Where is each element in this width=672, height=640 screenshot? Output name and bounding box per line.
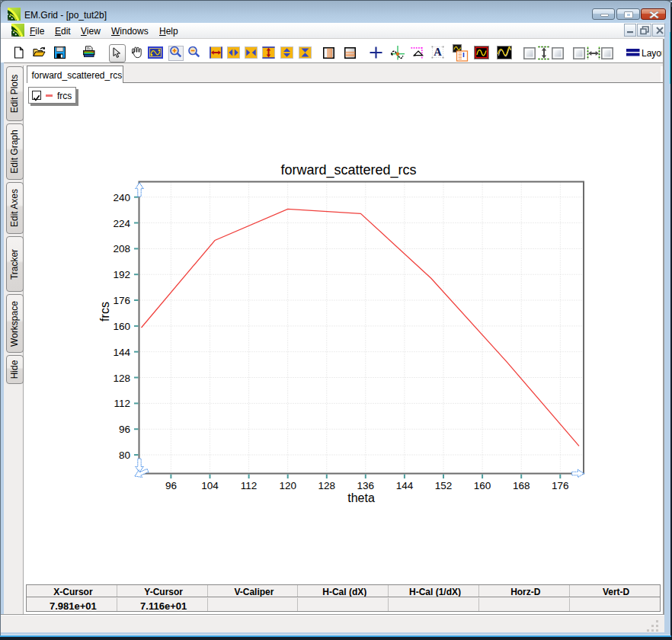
svg-text:frcs: frcs <box>98 302 111 322</box>
svg-text:192: 192 <box>113 269 130 280</box>
svg-text:176: 176 <box>552 480 569 491</box>
svg-text:theta: theta <box>347 491 375 504</box>
svg-text:176: 176 <box>113 295 130 306</box>
svg-text:224: 224 <box>113 218 130 229</box>
svg-text:112: 112 <box>114 398 130 409</box>
svg-text:120: 120 <box>279 480 296 491</box>
svg-text:160: 160 <box>474 480 491 491</box>
svg-text:240: 240 <box>113 192 130 203</box>
svg-text:A: A <box>434 46 442 58</box>
svg-text:96: 96 <box>165 480 177 491</box>
svg-text:152: 152 <box>435 480 453 491</box>
svg-text:168: 168 <box>513 480 530 491</box>
svg-text:forward_scattered_rcs: forward_scattered_rcs <box>280 162 416 178</box>
svg-text:104: 104 <box>201 480 219 491</box>
svg-text:96: 96 <box>119 424 130 435</box>
svg-text:144: 144 <box>396 480 414 491</box>
svg-text:144: 144 <box>113 347 130 358</box>
svg-text:80: 80 <box>119 450 130 461</box>
svg-text:128: 128 <box>113 373 130 384</box>
svg-text:112: 112 <box>241 480 258 491</box>
svg-text:208: 208 <box>113 243 130 254</box>
svg-text:128: 128 <box>318 480 336 491</box>
svg-text:160: 160 <box>113 321 130 332</box>
svg-text:136: 136 <box>357 480 375 491</box>
